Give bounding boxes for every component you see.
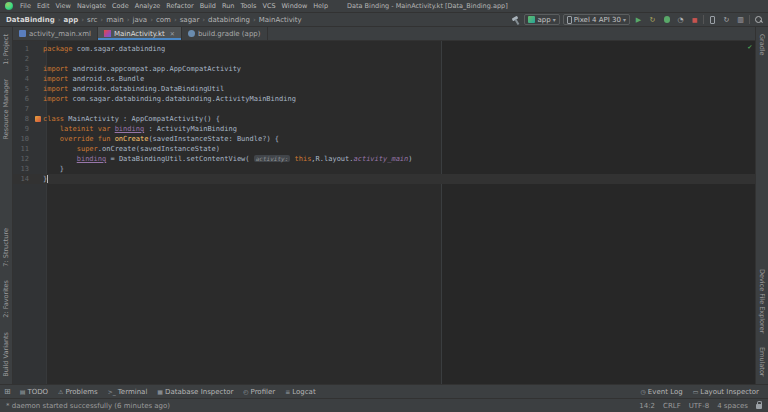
left-tool-strip: 1: ProjectResource Manager 7: Structure2… bbox=[0, 27, 13, 384]
stop-icon[interactable]: ■ bbox=[689, 14, 700, 25]
tool-window-button-profiler[interactable]: ◴Profiler bbox=[238, 388, 280, 396]
code-token: activity_main bbox=[354, 155, 409, 163]
file-encoding[interactable]: UTF-8 bbox=[689, 402, 709, 410]
tool-window-label: Database Inspector bbox=[165, 388, 233, 396]
device-dropdown[interactable]: Pixel 4 API 30 ▾ bbox=[563, 14, 630, 25]
avd-manager-icon[interactable] bbox=[707, 14, 718, 25]
menu-help[interactable]: Help bbox=[310, 2, 331, 10]
breadcrumb-item-app[interactable]: app bbox=[62, 16, 81, 24]
tool-button-build-variants[interactable]: Build Variants bbox=[2, 325, 10, 384]
code-token: class bbox=[43, 115, 64, 123]
tool-window-button-terminal[interactable]: >_Terminal bbox=[103, 388, 153, 396]
tool-window-label: Problems bbox=[65, 388, 97, 396]
menu-window[interactable]: Window bbox=[279, 2, 311, 10]
terminal-icon: >_ bbox=[108, 388, 116, 395]
readonly-lock-icon[interactable] bbox=[756, 404, 762, 409]
code-text: override fun onCreate(savedInstanceState… bbox=[43, 134, 279, 144]
breadcrumb-item-java[interactable]: java bbox=[130, 16, 149, 24]
breadcrumb-item-main[interactable]: main bbox=[104, 16, 126, 24]
inspection-ok-icon[interactable]: ✔ bbox=[748, 43, 752, 51]
menu-bar: FileEditViewNavigateCodeAnalyzeRefactorB… bbox=[17, 2, 331, 10]
tool-button-device-file-explorer[interactable]: Device File Explorer bbox=[758, 262, 766, 340]
logcat-icon: ≡ bbox=[285, 388, 290, 395]
close-tab-icon[interactable]: ✕ bbox=[170, 30, 175, 37]
tool-window-button-event-log[interactable]: ◷Event Log bbox=[636, 388, 688, 396]
menu-navigate[interactable]: Navigate bbox=[74, 2, 109, 10]
tool-button-emulator[interactable]: Emulator bbox=[758, 340, 766, 384]
code-line: 3import androidx.appcompat.app.AppCompat… bbox=[13, 64, 755, 74]
tool-button-2-favorites[interactable]: 2: Favorites bbox=[2, 273, 10, 325]
tool-button-resource-manager[interactable]: Resource Manager bbox=[2, 72, 10, 146]
code-line: 6import com.sagar.databinding.databindin… bbox=[13, 94, 755, 104]
tool-window-button-todo[interactable]: ▤TODO bbox=[15, 388, 53, 396]
caret-position[interactable]: 14:2 bbox=[639, 402, 655, 410]
apply-changes-icon[interactable]: ↻ bbox=[647, 14, 658, 25]
code-line: 8class MainActivity : AppCompatActivity(… bbox=[13, 114, 755, 124]
tool-window-button-layout-inspector[interactable]: ▭Layout Inspector bbox=[688, 388, 764, 396]
sdk-manager-icon[interactable]: ▥ bbox=[735, 14, 746, 25]
code-token: import bbox=[43, 75, 68, 83]
line-number: 6 bbox=[13, 94, 33, 104]
menu-file[interactable]: File bbox=[17, 2, 34, 10]
tool-window-button-problems[interactable]: ⚠Problems bbox=[53, 388, 103, 396]
tab-build-gradle-app[interactable]: build.gradle (app) bbox=[182, 27, 268, 40]
tool-window-button-database-inspector[interactable]: ▦Database Inspector bbox=[152, 388, 238, 396]
menu-view[interactable]: View bbox=[52, 2, 73, 10]
gradle-sync-icon[interactable]: ↻ bbox=[721, 14, 732, 25]
breadcrumb-item-databinding[interactable]: databinding bbox=[206, 16, 252, 24]
run-button-icon[interactable]: ▶ bbox=[633, 14, 644, 25]
code-token: lateinit var bbox=[60, 125, 111, 133]
code-line: 9 lateinit var binding : ActivityMainBin… bbox=[13, 124, 755, 134]
menu-tools[interactable]: Tools bbox=[237, 2, 259, 10]
right-strip-bottom-group: Device File ExplorerEmulator bbox=[758, 262, 766, 384]
indent-setting[interactable]: 4 spaces bbox=[717, 402, 748, 410]
gutter-icon-slot bbox=[33, 116, 43, 122]
code-line: 11 super.onCreate(savedInstanceState) bbox=[13, 144, 755, 154]
tool-button-7-structure[interactable]: 7: Structure bbox=[2, 221, 10, 274]
tool-window-switcher-icon[interactable]: ⊞ bbox=[4, 387, 11, 396]
tool-button-1-project[interactable]: 1: Project bbox=[2, 27, 10, 72]
code-token: binding bbox=[115, 125, 145, 133]
tool-window-label: TODO bbox=[27, 388, 48, 396]
menu-refactor[interactable]: Refactor bbox=[163, 2, 196, 10]
breadcrumb-item-com[interactable]: com bbox=[154, 16, 173, 24]
line-number: 12 bbox=[13, 154, 33, 164]
profile-icon[interactable]: ◔ bbox=[675, 14, 686, 25]
tool-window-label: Profiler bbox=[251, 388, 276, 396]
phone-icon bbox=[710, 16, 715, 24]
android-studio-logo-icon bbox=[5, 2, 13, 10]
line-number: 4 bbox=[13, 74, 33, 84]
magnifier-icon bbox=[754, 15, 763, 24]
chevron-down-icon: ▾ bbox=[553, 16, 556, 23]
code-text: } bbox=[43, 174, 48, 184]
build-hammer-icon[interactable] bbox=[510, 14, 521, 25]
breadcrumb-item-sagar[interactable]: sagar bbox=[178, 16, 202, 24]
run-config-label: app bbox=[537, 16, 550, 24]
main-toolbar: DataBinding›app›src›main›java›com›sagar›… bbox=[0, 13, 768, 27]
menu-run[interactable]: Run bbox=[219, 2, 237, 10]
tab-activity-main-xml[interactable]: activity_main.xml bbox=[13, 27, 98, 40]
breadcrumb-item-mainactivity[interactable]: MainActivity bbox=[257, 16, 304, 24]
code-token: androidx.appcompat.app.AppCompatActivity bbox=[68, 65, 241, 73]
class-icon[interactable] bbox=[35, 116, 41, 122]
window-title: Data Binding - MainActivity.kt [Data_Bin… bbox=[347, 2, 508, 10]
tab-label: MainActivity.kt bbox=[114, 30, 165, 38]
code-token: ) bbox=[408, 155, 412, 163]
breadcrumb-item-databinding[interactable]: DataBinding bbox=[4, 16, 57, 24]
event-log-icon: ◷ bbox=[641, 388, 646, 395]
debug-icon[interactable] bbox=[661, 14, 672, 25]
menu-analyze[interactable]: Analyze bbox=[132, 2, 164, 10]
code-editor[interactable]: 1package com.sagar.databinding23import a… bbox=[13, 41, 755, 384]
tool-window-button-logcat[interactable]: ≡Logcat bbox=[280, 388, 320, 396]
tab-mainactivity-kt[interactable]: MainActivity.kt✕ bbox=[98, 27, 182, 40]
line-separator[interactable]: CRLF bbox=[663, 402, 681, 410]
profiler-icon: ◴ bbox=[243, 388, 248, 395]
tool-button-gradle[interactable]: Gradle bbox=[758, 27, 766, 63]
menu-code[interactable]: Code bbox=[109, 2, 132, 10]
menu-build[interactable]: Build bbox=[197, 2, 219, 10]
menu-vcs[interactable]: VCS bbox=[259, 2, 278, 10]
breadcrumb-item-src[interactable]: src bbox=[85, 16, 99, 24]
search-everywhere-icon[interactable] bbox=[753, 14, 764, 25]
menu-edit[interactable]: Edit bbox=[34, 2, 53, 10]
run-config-dropdown[interactable]: app ▾ bbox=[524, 14, 559, 25]
